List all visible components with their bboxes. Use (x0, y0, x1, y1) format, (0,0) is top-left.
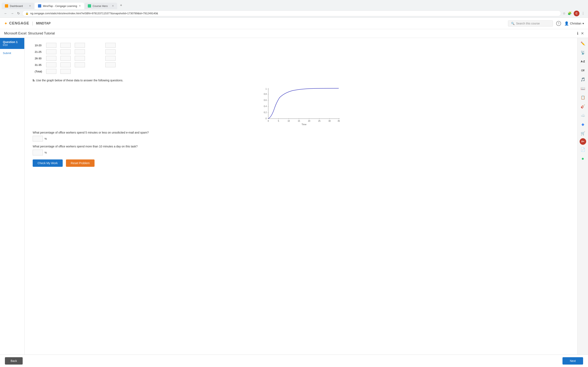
sidebar-submit-section: Submit (0, 49, 24, 57)
cell-21-25-3[interactable] (75, 49, 85, 54)
notes-icon[interactable]: 📋 (579, 93, 587, 101)
cell-31-35-4[interactable] (105, 62, 116, 67)
cell-10-20-4[interactable] (105, 43, 116, 48)
guitar-icon[interactable]: 🎸 (579, 102, 587, 110)
cell-10-20-3[interactable] (75, 43, 85, 48)
tab-coursehero-label: Course Hero (93, 4, 108, 8)
tab-coursehero-close[interactable]: ✕ (112, 4, 114, 7)
svg-text:1: 1 (265, 88, 267, 90)
instruction-b-text: Use the graph below of these data to ans… (36, 79, 123, 82)
extensions-button[interactable]: 🧩 (568, 11, 572, 15)
office-icon[interactable]: Off (579, 67, 587, 75)
button-row: Check My Work Reset Problem (33, 159, 569, 167)
cell-10-20-1[interactable] (46, 43, 56, 48)
cumulative-graph: 0 0.2 0.4 0.6 0.8 1 0 5 10 15 (260, 86, 342, 127)
svg-text:0.4: 0.4 (264, 105, 267, 108)
tab-coursehero[interactable]: Course Hero ✕ (85, 3, 117, 9)
browser-chrome: Dashboard ✕ MindTap - Cengage Learning ✕… (0, 0, 588, 18)
sidebar-question-section: Question 1 0/10 (0, 38, 24, 49)
tab-mindtap-label: MindTap - Cengage Learning (43, 4, 77, 8)
chrome-menu-button[interactable]: ⋮ (581, 11, 585, 15)
answer-row-2: % (33, 150, 569, 155)
row-label-21-25: 21-25 (33, 49, 44, 55)
content-area: 10-20 21-25 26-30 (25, 38, 577, 367)
instruction-b-label: b. (33, 79, 35, 82)
cell-10-20-2[interactable] (61, 43, 71, 48)
search-box[interactable]: 🔍 Search this course (508, 20, 553, 26)
cell-21-25-1[interactable] (46, 49, 56, 54)
reload-button[interactable]: ↻ (16, 11, 21, 16)
address-bar: ← → ↻ 🔒 ng.cengage.com/static/nb/ui/evo/… (0, 9, 588, 17)
table-row-31-35: 31-35 (33, 62, 118, 68)
tab-mindtap-close[interactable]: ✕ (79, 4, 81, 7)
back-button[interactable]: Back (5, 357, 23, 365)
question2-input[interactable] (33, 150, 43, 155)
svg-text:35: 35 (337, 120, 340, 122)
cell-31-35-2[interactable] (61, 62, 71, 67)
close-button[interactable]: ✕ (581, 31, 584, 36)
az-icon[interactable]: A-Z (579, 58, 587, 66)
graph-container: 0 0.2 0.4 0.6 0.8 1 0 5 10 15 (33, 86, 569, 127)
cell-21-25-4[interactable] (105, 49, 116, 54)
user-menu-button[interactable]: 👤 Christian ▾ (564, 21, 584, 26)
circle-icon[interactable]: ● (579, 155, 587, 163)
row-label-10-20: 10-20 (33, 42, 44, 49)
chrome-user-avatar[interactable]: C (574, 11, 579, 16)
url-box[interactable]: 🔒 ng.cengage.com/static/nb/ui/evo/index.… (22, 10, 561, 16)
cell-total-1[interactable] (46, 69, 56, 74)
header-right: 🔍 Search this course ? 👤 Christian ▾ (508, 20, 584, 26)
question1-input[interactable] (33, 136, 43, 142)
rss-icon[interactable]: 📡 (579, 49, 587, 57)
next-button[interactable]: Next (562, 357, 583, 365)
help-button[interactable]: ? (556, 21, 561, 26)
cell-26-30-4[interactable] (105, 56, 116, 61)
question2-unit: % (44, 151, 47, 154)
doc-icon[interactable]: 📄 (579, 146, 587, 154)
cell-26-30-3[interactable] (75, 56, 85, 61)
submit-link[interactable]: Submit (3, 52, 11, 55)
mindtap-logo-text: MINDTAP (36, 22, 51, 25)
bookmark-button[interactable]: ☆ (563, 11, 566, 15)
sidebar-question-score: 0/10 (3, 44, 21, 47)
cengage-logo-icon: ✦ (4, 21, 8, 26)
check-my-work-button[interactable]: Check My Work (33, 159, 63, 167)
cell-31-35-3[interactable] (75, 62, 85, 67)
cart-icon[interactable]: 🛒 (579, 129, 587, 137)
forward-nav-button[interactable]: → (10, 11, 15, 16)
pencil-icon[interactable]: ✏️ (579, 40, 587, 48)
back-nav-button[interactable]: ← (3, 11, 8, 16)
svg-text:25: 25 (318, 120, 320, 122)
table-row-26-30: 26-30 (33, 55, 118, 62)
cell-26-30-1[interactable] (46, 56, 56, 61)
tab-dashboard-label: Dashboard (10, 4, 23, 8)
main-layout: Question 1 0/10 Submit 10-20 21-25 (0, 38, 588, 367)
tab-dashboard-close[interactable]: ✕ (29, 4, 31, 7)
music-icon[interactable]: 🎵 (579, 75, 587, 83)
info-button[interactable]: ℹ (577, 31, 579, 36)
svg-text:15: 15 (298, 120, 300, 122)
new-tab-button[interactable]: + (118, 2, 125, 9)
svg-text:0.2: 0.2 (264, 111, 267, 114)
logo-area: ✦ CENGAGE | MINDTAP (4, 21, 51, 26)
search-placeholder: Search this course (516, 22, 540, 25)
cell-21-25-2[interactable] (61, 49, 71, 54)
cell-total-2[interactable] (61, 69, 71, 74)
tab-mindtap[interactable]: MindTap - Cengage Learning ✕ (35, 3, 84, 9)
drive-icon[interactable]: ◆ (579, 120, 587, 128)
row-label-31-35: 31-35 (33, 62, 44, 68)
data-table: 10-20 21-25 26-30 (33, 42, 118, 75)
table-row-total: (Total) (33, 68, 118, 75)
cell-26-30-2[interactable] (61, 56, 71, 61)
title-actions: ℹ ✕ (577, 31, 584, 36)
cloud-icon[interactable]: ☁️ (579, 111, 587, 119)
reset-problem-button[interactable]: Reset Problem (66, 159, 95, 167)
question1-text: What percentage of office workers spend … (33, 131, 569, 134)
tab-dashboard[interactable]: Dashboard ✕ (2, 3, 34, 9)
dashboard-favicon (5, 4, 8, 8)
grade-icon[interactable]: A+ (580, 138, 586, 145)
logo-divider: | (32, 21, 33, 26)
cell-31-35-1[interactable] (46, 62, 56, 67)
row-label-total: (Total) (33, 68, 44, 75)
svg-text:0.6: 0.6 (264, 99, 267, 101)
book-icon[interactable]: 📖 (579, 84, 587, 92)
